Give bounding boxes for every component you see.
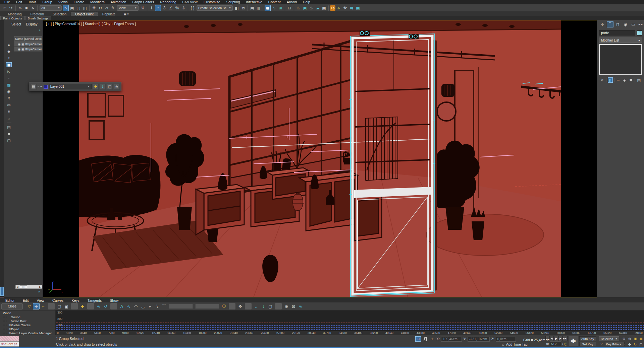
explorer-row[interactable]: ◉ ▣ PhysCamer: [14, 42, 42, 47]
menu-item[interactable]: Help: [300, 0, 313, 4]
tangent-auto-icon[interactable]: Λ: [118, 303, 125, 309]
track-item[interactable]: World: [0, 311, 55, 315]
curve-editor-menu-item[interactable]: View: [33, 298, 49, 302]
pan-icon[interactable]: ✥: [237, 303, 244, 309]
time-configuration-icon[interactable]: ◷: [564, 342, 568, 346]
filter-groups-icon[interactable]: ■: [6, 131, 12, 136]
maxscript-mini-listener-pink[interactable]: [0, 336, 19, 341]
add-selection-to-layer-icon[interactable]: ⇓: [100, 84, 106, 90]
snaps-toggle-icon[interactable]: 3: [161, 5, 167, 11]
tangent-smooth-icon[interactable]: ⌒: [161, 303, 167, 309]
separator[interactable]: [328, 5, 329, 11]
menu-item[interactable]: Arnold: [284, 0, 300, 4]
ribbon-tab-modeling[interactable]: Modeling: [4, 12, 26, 16]
separator[interactable]: [37, 5, 38, 11]
absolute-mode-transform-icon[interactable]: ✛: [429, 336, 435, 342]
filter-hidden-icon[interactable]: ◌: [6, 116, 12, 121]
viewport-menu-general[interactable]: [ + ]: [46, 22, 52, 26]
set-key-button[interactable]: Set Key: [579, 342, 596, 346]
eye-icon[interactable]: ◉: [18, 48, 20, 51]
separator[interactable]: [229, 303, 235, 309]
separator[interactable]: [89, 5, 90, 11]
layer-explorer-icon[interactable]: ▤: [31, 84, 37, 90]
move-keys-icon[interactable]: ✛: [33, 303, 40, 309]
filter-materials-icon[interactable]: ▩: [6, 82, 12, 87]
use-pivot-point-center-icon[interactable]: ↑: [155, 5, 161, 11]
next-frame-button[interactable]: |▶: [558, 336, 562, 341]
pan-view-icon[interactable]: ✥: [627, 342, 632, 347]
separator[interactable]: [248, 5, 248, 11]
filter-bones-icon[interactable]: ↯: [6, 96, 12, 101]
schematic-view-icon[interactable]: ⊞: [277, 5, 283, 11]
pin-stack-icon[interactable]: ✐: [600, 77, 605, 83]
go-to-start-button[interactable]: |◀◀: [545, 336, 550, 341]
separator[interactable]: [110, 303, 117, 309]
expand-icon[interactable]: ⊞: [8, 324, 11, 327]
toggle-ribbon-icon[interactable]: ▦: [265, 5, 271, 11]
zoom-region-icon[interactable]: ⊡: [290, 303, 297, 309]
panel-scroll-right-icon[interactable]: ▶: [641, 23, 643, 26]
explorer-tab-select[interactable]: Select: [11, 22, 21, 26]
curve-editor-menu-item[interactable]: Curves: [48, 298, 67, 302]
filter-xrefs-icon[interactable]: ▢: [6, 138, 12, 143]
draw-curves-icon[interactable]: ∿: [95, 303, 102, 309]
layer-color-swatch[interactable]: [44, 85, 48, 89]
current-frame-field[interactable]: 512: [550, 341, 561, 346]
ribbon-tab-object-paint[interactable]: Object Paint: [71, 12, 97, 16]
filter-keys-icon[interactable]: ▽: [26, 303, 33, 309]
close-button[interactable]: Close: [1, 303, 23, 309]
tab-hierarchy[interactable]: ⊓: [614, 21, 621, 27]
filter-containers-icon[interactable]: ▭: [6, 102, 12, 108]
menu-item[interactable]: Animation: [108, 0, 129, 4]
separator[interactable]: [71, 303, 78, 309]
track-item[interactable]: Sound: [0, 315, 55, 319]
filter-space-warps-icon[interactable]: ≈: [6, 76, 12, 81]
align-icon[interactable]: ⧉: [240, 5, 246, 11]
layer-dropdown[interactable]: Layer001 ▼: [49, 84, 92, 89]
explorer-overflow-chevron[interactable]: »: [39, 28, 41, 32]
data-grid-icon[interactable]: ▦: [355, 5, 361, 11]
select-and-manipulate-icon[interactable]: ✛: [149, 5, 155, 11]
explorer-column-header[interactable]: Name (Sorted Descend: [14, 36, 42, 42]
frame-spinner[interactable]: ⇕: [561, 342, 564, 345]
menu-item[interactable]: Edit: [13, 0, 25, 4]
filter-layers-icon[interactable]: ▤: [6, 125, 12, 130]
separator[interactable]: [275, 303, 282, 309]
menu-item[interactable]: Group: [40, 0, 55, 4]
key-step-icons[interactable]: ◀▶: [545, 342, 549, 345]
plugin-tools-icon[interactable]: ⚒: [342, 5, 348, 11]
select-and-scale-icon[interactable]: ▱: [104, 5, 110, 11]
fp-plugin-icon[interactable]: Fp: [330, 5, 335, 11]
tangent-spline-icon[interactable]: ∿: [125, 303, 132, 309]
render-in-cloud-icon[interactable]: ☁: [315, 5, 321, 11]
menu-item[interactable]: Create: [71, 0, 88, 4]
curve-graph-area[interactable]: 300200100 018203640546072809100109201274…: [56, 310, 644, 335]
scroll-left-icon[interactable]: ◀: [16, 286, 19, 288]
key-filters-button[interactable]: Key Filters...: [605, 342, 625, 346]
forest-pack-icon[interactable]: ♣: [336, 5, 342, 11]
add-keys-icon[interactable]: ✚: [79, 303, 86, 309]
panel-tab-brush-settings[interactable]: Brush Settings: [25, 16, 51, 20]
angle-snap-toggle-icon[interactable]: ∠: [168, 5, 174, 11]
viewport-canvas[interactable]: [79, 20, 561, 297]
set-current-layer-icon[interactable]: ≋: [114, 84, 120, 90]
tangent-fast-icon[interactable]: ◠: [132, 303, 139, 309]
tab-motion[interactable]: ◉: [622, 21, 629, 27]
separator[interactable]: [294, 5, 294, 11]
isolate-selection-toggle-icon[interactable]: ⊡: [415, 336, 421, 342]
menu-item[interactable]: Interactive: [243, 0, 265, 4]
maximize-viewport-toggle-icon[interactable]: ◱: [638, 342, 644, 347]
curve-editor-icon[interactable]: ∿: [271, 5, 277, 11]
separator[interactable]: [188, 5, 188, 11]
play-button[interactable]: ▶: [554, 336, 558, 341]
menu-item[interactable]: Civil View: [179, 0, 201, 4]
ribbon-tab-freeform[interactable]: Freeform: [26, 12, 48, 16]
key-mode-dropdown[interactable]: Selected ▼: [599, 336, 619, 341]
viewport-layout-tab[interactable]: [0, 287, 4, 296]
object-color-swatch[interactable]: [637, 30, 642, 36]
separator[interactable]: [15, 5, 16, 11]
window-crossing-icon[interactable]: ◫: [82, 5, 88, 11]
ribbon-tab-populate[interactable]: Populate: [98, 12, 119, 16]
panel-tab-paint-objects[interactable]: Paint Objects: [0, 16, 25, 20]
tangent-slow-icon[interactable]: ◡: [140, 303, 146, 309]
